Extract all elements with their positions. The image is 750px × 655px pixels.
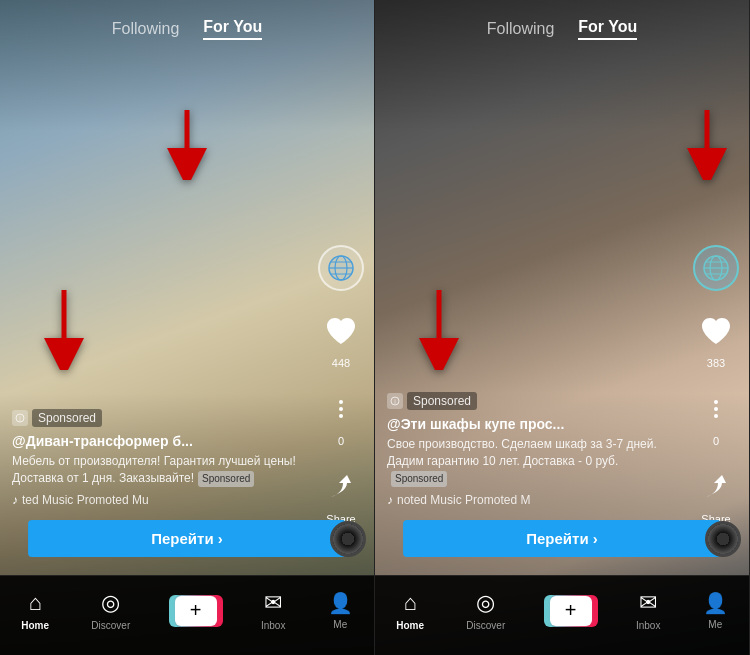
for-you-tab-1[interactable]: For You <box>203 18 262 40</box>
globe-icon-2 <box>693 245 739 291</box>
red-arrow-globe-1 <box>163 110 211 184</box>
music-disc-1 <box>330 521 366 557</box>
plus-button-2: + <box>548 595 594 627</box>
inline-sponsored-1: Sponsored <box>198 471 254 487</box>
share-btn-2[interactable]: Share <box>694 465 738 525</box>
comment-btn-1[interactable]: 0 <box>319 387 363 447</box>
discover-tab-2[interactable]: ◎ Discover <box>466 590 505 631</box>
red-arrow-globe-2 <box>683 110 731 184</box>
discover-tab-1[interactable]: ◎ Discover <box>91 590 130 631</box>
home-icon-1: ⌂ <box>28 590 41 616</box>
me-label-1: Me <box>333 619 347 630</box>
svg-text:i: i <box>19 415 21 422</box>
red-arrow-left-2 <box>415 290 463 374</box>
top-nav-2: Following For You <box>375 0 749 52</box>
inbox-icon-1: ✉ <box>264 590 282 616</box>
me-label-2: Me <box>708 619 722 630</box>
bottom-content-2: i Sponsored @Эти шкафы купе прос... Свое… <box>375 392 689 507</box>
share-icon-2 <box>694 465 738 509</box>
plus-button-1: + <box>173 595 219 627</box>
red-arrow-left-1 <box>40 290 88 374</box>
svg-text:i: i <box>394 398 396 405</box>
home-tab-1[interactable]: ⌂ Home <box>21 590 49 631</box>
music-note-icon-2: ♪ <box>387 493 393 507</box>
like-count-2: 383 <box>707 357 725 369</box>
inbox-label-2: Inbox <box>636 620 660 631</box>
heart-icon-1 <box>319 309 363 353</box>
home-label-2: Home <box>396 620 424 631</box>
sponsored-badge-1: i Sponsored <box>12 409 102 427</box>
plus-inner-2: + <box>550 596 592 626</box>
following-tab-1[interactable]: Following <box>112 20 180 38</box>
inbox-tab-1[interactable]: ✉ Inbox <box>261 590 285 631</box>
me-icon-1: 👤 <box>328 591 353 615</box>
share-icon-1 <box>319 465 363 509</box>
share-btn-1[interactable]: Share <box>319 465 363 525</box>
comment-count-2: 0 <box>713 435 719 447</box>
music-note-icon-1: ♪ <box>12 493 18 507</box>
discover-icon-1: ◎ <box>101 590 120 616</box>
sponsored-text-2: Sponsored <box>407 392 477 410</box>
comment-icon-1 <box>319 387 363 431</box>
discover-label-2: Discover <box>466 620 505 631</box>
right-actions-2: 383 0 Share <box>693 245 739 525</box>
create-tab-2[interactable]: + <box>548 595 594 627</box>
top-nav-1: Following For You <box>0 0 374 52</box>
sponsored-badge-2: i Sponsored <box>387 392 477 410</box>
inbox-tab-2[interactable]: ✉ Inbox <box>636 590 660 631</box>
like-btn-2[interactable]: 383 <box>694 309 738 369</box>
music-row-2: ♪ noted Music Promoted M <box>387 493 677 507</box>
comment-btn-2[interactable]: 0 <box>694 387 738 447</box>
heart-icon-2 <box>694 309 738 353</box>
panel-2: Following For You <box>375 0 750 655</box>
panel-1: Following For You <box>0 0 375 655</box>
globe-icon-1 <box>318 245 364 291</box>
content-desc-1: Мебель от производителя! Гарантия лучшей… <box>12 453 302 487</box>
inbox-label-1: Inbox <box>261 620 285 631</box>
bottom-nav-2: ⌂ Home ◎ Discover + ✉ Inbox 👤 Me <box>375 575 749 655</box>
right-actions-1: 448 0 Share <box>318 245 364 525</box>
bottom-nav-1: ⌂ Home ◎ Discover + ✉ Inbox 👤 Me <box>0 575 374 655</box>
content-desc-2: Свое производство. Сделаем шкаф за 3-7 д… <box>387 436 677 487</box>
cta-button-1[interactable]: Перейти › <box>28 520 346 557</box>
sponsored-icon-1: i <box>12 410 28 426</box>
content-title-2: @Эти шкафы купе прос... <box>387 416 677 432</box>
cta-button-2[interactable]: Перейти › <box>403 520 721 557</box>
me-tab-2[interactable]: 👤 Me <box>703 591 728 630</box>
music-text-1: ted Music Promoted Mu <box>22 493 149 507</box>
me-icon-2: 👤 <box>703 591 728 615</box>
bottom-content-1: i Sponsored @Диван-трансформер б... Мебе… <box>0 409 314 507</box>
like-count-1: 448 <box>332 357 350 369</box>
create-tab-1[interactable]: + <box>173 595 219 627</box>
website-btn-1[interactable] <box>318 245 364 291</box>
home-icon-2: ⌂ <box>403 590 416 616</box>
content-title-1: @Диван-трансформер б... <box>12 433 302 449</box>
music-disc-2 <box>705 521 741 557</box>
discover-icon-2: ◎ <box>476 590 495 616</box>
home-label-1: Home <box>21 620 49 631</box>
music-text-2: noted Music Promoted M <box>397 493 530 507</box>
following-tab-2[interactable]: Following <box>487 20 555 38</box>
like-btn-1[interactable]: 448 <box>319 309 363 369</box>
inline-sponsored-2: Sponsored <box>391 471 447 487</box>
inbox-icon-2: ✉ <box>639 590 657 616</box>
me-tab-1[interactable]: 👤 Me <box>328 591 353 630</box>
comment-icon-2 <box>694 387 738 431</box>
discover-label-1: Discover <box>91 620 130 631</box>
website-btn-2[interactable] <box>693 245 739 291</box>
comment-count-1: 0 <box>338 435 344 447</box>
for-you-tab-2[interactable]: For You <box>578 18 637 40</box>
home-tab-2[interactable]: ⌂ Home <box>396 590 424 631</box>
music-row-1: ♪ ted Music Promoted Mu <box>12 493 302 507</box>
sponsored-text-1: Sponsored <box>32 409 102 427</box>
plus-inner-1: + <box>175 596 217 626</box>
sponsored-icon-2: i <box>387 393 403 409</box>
